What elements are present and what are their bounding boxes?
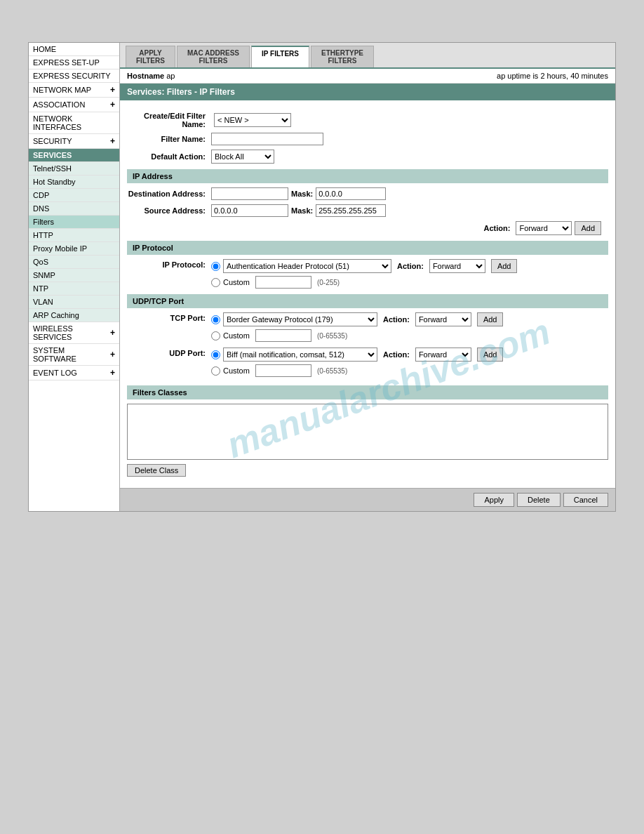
sidebar-item-system-software[interactable]: SYSTEM SOFTWARE+ <box>29 344 119 366</box>
sidebar-item-label-hot-standby: Hot Standby <box>33 178 76 186</box>
sidebar-item-association[interactable]: ASSOCIATION+ <box>29 98 119 112</box>
sidebar-item-proxy-mobile-ip[interactable]: Proxy Mobile IP <box>29 242 119 256</box>
tcp-action-select[interactable]: Forward Block <box>415 312 471 326</box>
tcp-port-radio-row-2: Custom (0-65535) <box>211 329 503 342</box>
tcp-add-button[interactable]: Add <box>477 312 504 326</box>
sidebar-item-dns[interactable]: DNS <box>29 202 119 216</box>
sidebar-item-http[interactable]: HTTP <box>29 229 119 242</box>
sidebar-item-telnet-ssh[interactable]: Telnet/SSH <box>29 162 119 176</box>
sidebar-item-qos[interactable]: QoS <box>29 256 119 269</box>
udp-port-dropdown[interactable]: Biff (mail notification, comsat, 512) DN… <box>223 348 377 362</box>
source-mask-input[interactable] <box>316 204 386 217</box>
sidebar-item-filters[interactable]: Filters <box>29 216 119 229</box>
ip-protocol-range: (0-255) <box>317 279 340 286</box>
sidebar-plus-icon-security: + <box>110 136 115 146</box>
udp-range: (0-65535) <box>317 367 347 375</box>
sidebar-item-network-interfaces[interactable]: NETWORK INTERFACES <box>29 112 119 134</box>
delete-class-row: Delete Class <box>127 464 608 477</box>
filter-name-label: Filter Name: <box>127 135 211 143</box>
content-area: APPLYFILTERS MAC ADDRESSFILTERS IP FILTE… <box>120 43 615 511</box>
sidebar-item-label-security: SECURITY <box>33 137 72 145</box>
sidebar-item-express-security[interactable]: EXPRESS SECURITY <box>29 70 119 83</box>
tab-ip-filters[interactable]: IP FILTERS <box>251 46 309 67</box>
sidebar-item-label-home: HOME <box>33 45 56 53</box>
ip-protocol-dropdown[interactable]: Authentication Header Protocol (51) ESP … <box>223 259 391 273</box>
ip-protocol-row: IP Protocol: Authentication Header Proto… <box>127 259 608 289</box>
sidebar-item-snmp[interactable]: SNMP <box>29 269 119 282</box>
tcp-action-label: Action: <box>383 315 410 324</box>
ip-protocol-radio-group: Authentication Header Protocol (51) ESP … <box>211 259 517 289</box>
sidebar-item-label-network-interfaces: NETWORK INTERFACES <box>33 114 115 131</box>
ip-proto-action-label: Action: <box>397 262 424 270</box>
sidebar-item-label-arp-caching: ARP Caching <box>33 311 79 319</box>
ip-add-button[interactable]: Add <box>575 221 601 235</box>
sidebar-item-wireless-services[interactable]: WIRELESS SERVICES+ <box>29 322 119 344</box>
bottom-bar: Apply Delete Cancel <box>120 488 615 511</box>
sidebar-item-label-filters: Filters <box>33 218 54 226</box>
tab-apply-filters[interactable]: APPLYFILTERS <box>126 46 175 67</box>
sidebar-item-hot-standby[interactable]: Hot Standby <box>29 176 119 189</box>
dest-mask-label: Mask: <box>291 190 313 198</box>
sidebar-item-label-proxy-mobile-ip: Proxy Mobile IP <box>33 244 87 253</box>
udp-port-radio-1[interactable] <box>211 350 220 359</box>
sidebar-plus-icon-event-log: + <box>110 368 115 378</box>
sidebar-item-cdp[interactable]: CDP <box>29 189 119 202</box>
cancel-button[interactable]: Cancel <box>563 493 608 507</box>
udp-add-button[interactable]: Add <box>477 348 504 362</box>
sidebar-item-label-qos: QoS <box>33 258 48 266</box>
ip-address-action-row: Action: Forward Block Add <box>127 221 608 235</box>
create-edit-filter-select[interactable]: < NEW > <box>214 113 291 127</box>
sidebar-item-vlan[interactable]: VLAN <box>29 296 119 309</box>
sidebar-item-home[interactable]: HOME <box>29 43 119 56</box>
sidebar-item-security[interactable]: SECURITY+ <box>29 134 119 149</box>
tcp-custom-input[interactable] <box>255 329 311 342</box>
ip-action-label: Action: <box>459 224 516 232</box>
udp-action-select[interactable]: Forward Block <box>415 348 471 362</box>
source-address-input[interactable] <box>211 204 288 217</box>
sidebar-item-label-event-log: EVENT LOG <box>33 369 77 377</box>
source-mask-label: Mask: <box>291 206 313 215</box>
filter-name-input[interactable] <box>211 133 323 145</box>
hostname-bar: Hostname ap ap uptime is 2 hours, 40 min… <box>120 69 615 84</box>
tcp-range: (0-65535) <box>317 332 347 340</box>
ip-proto-add-button[interactable]: Add <box>491 259 518 273</box>
udp-custom-input[interactable] <box>255 364 311 377</box>
destination-address-input[interactable] <box>211 187 288 200</box>
udp-custom-label: Custom <box>223 366 250 375</box>
hostname-text: Hostname ap <box>127 72 175 80</box>
sidebar-item-label-snmp: SNMP <box>33 271 55 279</box>
default-action-select[interactable]: Block All Forward All <box>211 150 274 164</box>
delete-class-button[interactable]: Delete Class <box>127 464 186 477</box>
sidebar-item-label-system-software: SYSTEM SOFTWARE <box>33 346 110 363</box>
tab-mac-address-filters[interactable]: MAC ADDRESSFILTERS <box>177 46 250 67</box>
ip-protocol-radio-row-2: Custom (0-255) <box>211 276 517 289</box>
sidebar-item-services[interactable]: SERVICES <box>29 149 119 162</box>
sidebar-item-event-log[interactable]: EVENT LOG+ <box>29 366 119 380</box>
ip-proto-action-select[interactable]: Forward Block <box>429 259 485 273</box>
apply-button[interactable]: Apply <box>474 493 514 507</box>
dest-mask-input[interactable] <box>316 187 386 200</box>
sidebar-item-label-ntp: NTP <box>33 284 48 293</box>
content-body: manualarchive.com Create/Edit FilterName… <box>120 100 615 488</box>
sidebar-item-arp-caching[interactable]: ARP Caching <box>29 309 119 322</box>
tcp-port-label: TCP Port: <box>127 312 211 322</box>
ip-action-select[interactable]: Forward Block <box>516 221 572 235</box>
tab-ethertype-filters[interactable]: ETHERTYPEFILTERS <box>311 46 374 67</box>
sidebar-item-ntp[interactable]: NTP <box>29 282 119 296</box>
services-filters-header: Services: Filters - IP Filters <box>120 84 615 100</box>
udp-port-row: UDP Port: Biff (mail notification, comsa… <box>127 348 608 377</box>
tcp-port-radio-custom[interactable] <box>211 331 220 340</box>
sidebar-item-express-set-up[interactable]: EXPRESS SET-UP <box>29 56 119 70</box>
delete-button[interactable]: Delete <box>517 493 561 507</box>
ip-protocol-radio-1[interactable] <box>211 262 220 271</box>
sidebar-item-network-map[interactable]: NETWORK MAP+ <box>29 83 119 98</box>
ip-protocol-custom-input[interactable] <box>255 276 311 289</box>
ip-protocol-radio-custom[interactable] <box>211 278 220 287</box>
tcp-port-radio-1[interactable] <box>211 315 220 324</box>
udp-port-radio-custom[interactable] <box>211 366 220 376</box>
default-action-row: Default Action: Block All Forward All <box>127 150 608 164</box>
sidebar-item-label-express-security: EXPRESS SECURITY <box>33 72 111 80</box>
tcp-port-dropdown[interactable]: Border Gateway Protocol (179) FTP (21) H… <box>223 312 377 326</box>
source-address-label: Source Address: <box>127 206 211 215</box>
sidebar-item-label-express-set-up: EXPRESS SET-UP <box>33 58 100 67</box>
